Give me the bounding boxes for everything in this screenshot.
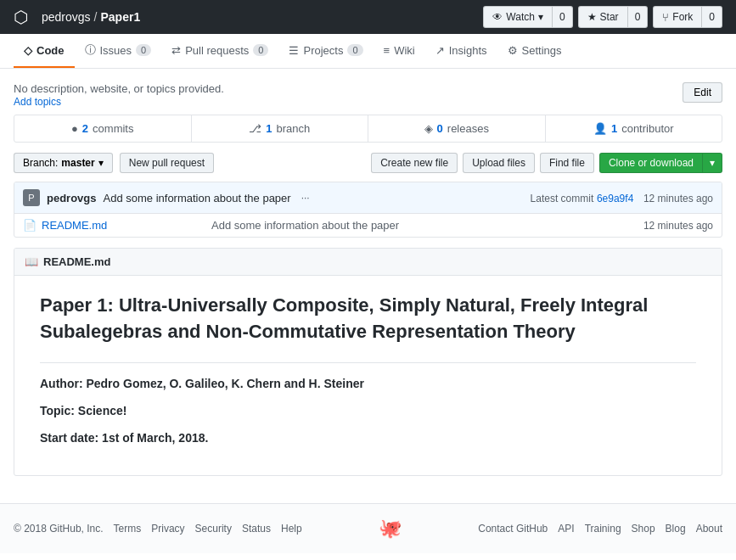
- repo-link[interactable]: Paper1: [100, 10, 140, 24]
- star-icon: ★: [587, 11, 597, 23]
- projects-icon: ☰: [289, 44, 299, 57]
- tab-code-label: Code: [37, 44, 65, 57]
- fork-icon: ⑂: [662, 11, 669, 24]
- toolbar-right: Create new file Upload files Find file C…: [371, 153, 722, 173]
- contributors-stat: 👤 1 contributor: [546, 115, 722, 142]
- footer-terms-link[interactable]: Terms: [114, 523, 142, 535]
- new-pull-request-button[interactable]: New pull request: [120, 153, 214, 173]
- edit-button[interactable]: Edit: [683, 82, 722, 103]
- watch-button[interactable]: 👁 Watch ▾: [484, 7, 552, 27]
- branches-label: branch: [276, 122, 310, 135]
- fork-group: ⑂ Fork 0: [653, 6, 722, 28]
- tab-issues[interactable]: ⓘ Issues 0: [75, 34, 162, 68]
- star-button[interactable]: ★ Star: [579, 7, 627, 27]
- readme-header-title: README.md: [43, 255, 110, 268]
- clone-or-download-button[interactable]: Clone or download: [599, 153, 702, 173]
- readme-topic: Topic: Science!: [40, 404, 696, 417]
- contributors-count[interactable]: 1: [611, 122, 617, 135]
- footer-api-link[interactable]: API: [558, 523, 574, 535]
- repo-nav: ◇ Code ⓘ Issues 0 ⇄ Pull requests 0 ☰ Pr…: [0, 34, 736, 69]
- fork-button[interactable]: ⑂ Fork: [654, 7, 701, 27]
- chevron-down-icon: ▾: [538, 11, 543, 23]
- tab-pullrequests[interactable]: ⇄ Pull requests 0: [161, 34, 278, 68]
- commit-hash[interactable]: 6e9a9f4: [597, 193, 633, 204]
- fork-label: Fork: [672, 11, 693, 23]
- octocat-logo: 🐙: [379, 518, 402, 540]
- add-topics-link[interactable]: Add topics: [14, 96, 61, 108]
- footer-right: Contact GitHub API Training Shop Blog Ab…: [478, 523, 722, 535]
- footer-privacy-link[interactable]: Privacy: [151, 523, 184, 535]
- tab-insights-label: Insights: [449, 44, 487, 57]
- commits-icon: ●: [71, 122, 78, 135]
- watch-group: 👁 Watch ▾ 0: [483, 6, 572, 28]
- footer-about-link[interactable]: About: [696, 523, 722, 535]
- releases-label: releases: [447, 122, 489, 135]
- branch-selector[interactable]: Branch: master ▾: [14, 153, 113, 173]
- branch-name: master: [61, 157, 94, 169]
- file-time: 12 minutes ago: [643, 220, 713, 232]
- clone-dropdown-button[interactable]: ▾: [702, 153, 722, 173]
- readme-box: 📖 README.md Paper 1: Ultra-Universally C…: [14, 248, 722, 476]
- readme-date: Start date: 1st of March, 2018.: [40, 431, 696, 445]
- file-icon: 📄: [23, 219, 37, 232]
- pr-icon: ⇄: [171, 44, 181, 57]
- latest-commit-label: Latest commit: [531, 193, 594, 204]
- tab-code[interactable]: ◇ Code: [14, 34, 75, 68]
- create-new-file-button[interactable]: Create new file: [371, 153, 458, 173]
- watch-count[interactable]: 0: [552, 7, 572, 27]
- footer-training-link[interactable]: Training: [585, 523, 621, 535]
- commits-stat: ● 2 commits: [14, 115, 192, 142]
- clone-chevron-down-icon: ▾: [710, 157, 715, 169]
- commit-message[interactable]: Add some information about the paper: [104, 192, 291, 204]
- pr-badge: 0: [253, 44, 268, 56]
- breadcrumb-separator: /: [94, 10, 98, 24]
- releases-count[interactable]: 0: [437, 122, 443, 135]
- footer-shop-link[interactable]: Shop: [632, 523, 655, 535]
- tab-projects[interactable]: ☰ Projects 0: [278, 34, 373, 68]
- tab-wiki[interactable]: ≡ Wiki: [374, 34, 425, 68]
- readme-topic-text: Topic: Science!: [40, 404, 126, 417]
- code-icon: ◇: [24, 44, 32, 57]
- issues-badge: 0: [136, 44, 151, 56]
- footer-security-link[interactable]: Security: [195, 523, 232, 535]
- toolbar-left: Branch: master ▾ New pull request: [14, 153, 214, 173]
- readme-content: Paper 1: Ultra-Universally Composite, Si…: [14, 276, 722, 475]
- description-text: No description, website, or topics provi…: [14, 82, 224, 95]
- readme-author: Author: Pedro Gomez, O. Galileo, K. Cher…: [40, 377, 696, 390]
- fork-count[interactable]: 0: [701, 7, 722, 27]
- file-toolbar: Branch: master ▾ New pull request Create…: [14, 153, 722, 173]
- commits-count[interactable]: 2: [82, 122, 88, 135]
- file-link[interactable]: README.md: [42, 219, 107, 232]
- clone-group: Clone or download ▾: [599, 153, 722, 173]
- footer-copyright: © 2018 GitHub, Inc.: [14, 523, 104, 535]
- tab-issues-label: Issues: [100, 44, 132, 57]
- footer-left: © 2018 GitHub, Inc. Terms Privacy Securi…: [14, 523, 302, 535]
- latest-commit-row: P pedrovgs Add some information about th…: [14, 182, 722, 214]
- description-section: No description, website, or topics provi…: [14, 82, 224, 108]
- commit-dots[interactable]: ···: [301, 192, 310, 204]
- footer: © 2018 GitHub, Inc. Terms Privacy Securi…: [0, 503, 736, 553]
- settings-icon: ⚙: [508, 44, 518, 57]
- commit-author[interactable]: pedrovgs: [47, 192, 97, 204]
- find-file-button[interactable]: Find file: [540, 153, 594, 173]
- branch-icon: ⎇: [249, 122, 261, 135]
- contributors-label: contributor: [621, 122, 673, 135]
- upload-files-button[interactable]: Upload files: [463, 153, 535, 173]
- star-group: ★ Star 0: [578, 6, 649, 28]
- contributor-icon: 👤: [593, 122, 607, 135]
- description-bar: No description, website, or topics provi…: [14, 82, 722, 108]
- file-name: README.md: [42, 219, 211, 232]
- branches-count[interactable]: 1: [266, 122, 272, 135]
- tab-settings[interactable]: ⚙ Settings: [497, 34, 572, 68]
- footer-contact-link[interactable]: Contact GitHub: [478, 523, 548, 535]
- footer-status-link[interactable]: Status: [242, 523, 271, 535]
- footer-help-link[interactable]: Help: [281, 523, 302, 535]
- projects-badge: 0: [347, 44, 362, 56]
- watch-label: Watch: [506, 11, 535, 23]
- tab-wiki-label: Wiki: [394, 44, 415, 57]
- footer-blog-link[interactable]: Blog: [666, 523, 686, 535]
- tab-insights[interactable]: ↗ Insights: [425, 34, 497, 68]
- star-count[interactable]: 0: [627, 7, 648, 27]
- header-actions: 👁 Watch ▾ 0 ★ Star 0 ⑂ Fork 0: [483, 6, 722, 28]
- user-link[interactable]: pedrovgs: [42, 10, 91, 24]
